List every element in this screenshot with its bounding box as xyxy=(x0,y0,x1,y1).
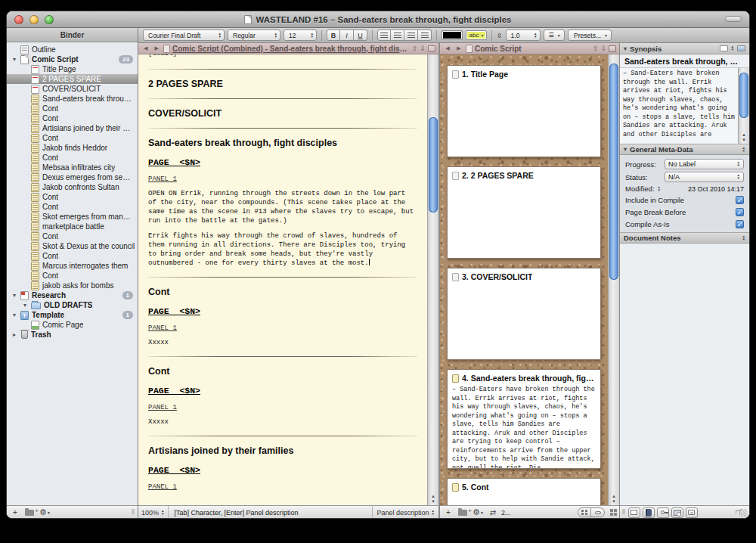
underline-button[interactable]: U xyxy=(354,29,367,41)
forward-arrow-button[interactable]: ▶ xyxy=(454,45,463,51)
action-menu-button[interactable]: ⚙▾ xyxy=(471,507,485,517)
next-document-button[interactable]: ⇩ xyxy=(420,45,426,52)
align-justify-button[interactable] xyxy=(418,29,432,41)
add-folder-button[interactable] xyxy=(23,507,36,517)
add-document-button[interactable]: + xyxy=(9,507,21,517)
comments-tab-button[interactable]: n xyxy=(686,507,698,518)
index-card-view-icon[interactable] xyxy=(720,45,728,51)
toolbar-toggle-button[interactable] xyxy=(725,16,742,22)
card-options-icon[interactable] xyxy=(610,509,617,516)
status-select[interactable]: N/A ▲▼ xyxy=(665,172,744,182)
binder-item[interactable]: Outline xyxy=(7,45,138,54)
title-bar[interactable]: WASTELAND #16 – Sand-eaters break throug… xyxy=(7,11,749,28)
checkbox-checked[interactable]: ✓ xyxy=(736,220,744,228)
binder-item[interactable]: Cont xyxy=(7,271,138,281)
binder-item[interactable]: Cont xyxy=(7,133,138,143)
next-document-button[interactable]: ⇩ xyxy=(600,45,606,52)
scroll-arrows[interactable]: ▲▼ xyxy=(739,132,749,143)
close-window-button[interactable] xyxy=(14,15,23,24)
script-element-select[interactable]: Panel description ▲▼ xyxy=(372,506,438,520)
binder-item[interactable]: Template 1 xyxy=(7,310,138,320)
disclosure-triangle-icon[interactable] xyxy=(13,331,20,338)
window-resize-grip[interactable] xyxy=(739,509,747,517)
corkboard-scrollbar[interactable]: ▲▼ xyxy=(608,54,619,505)
font-style-select[interactable]: Regular ▲▼ xyxy=(228,29,280,41)
synopsis-scrollbar[interactable]: ▲▼ xyxy=(738,68,749,144)
binder-item[interactable]: Jakob finds Heddor xyxy=(7,143,138,153)
binder-item[interactable]: Comic Script 23 xyxy=(7,54,138,64)
binder-item[interactable]: Cont xyxy=(7,104,138,113)
list-style-select[interactable]: ☰ ▾ xyxy=(544,29,565,41)
binder-item[interactable]: Marcus interrogates them xyxy=(7,261,138,271)
index-card[interactable]: 4. Sand-eaters break through, fight… – S… xyxy=(447,369,601,469)
text-color-well[interactable] xyxy=(442,30,463,40)
editor-scrollbar-thumb[interactable] xyxy=(429,117,438,212)
binder-item[interactable]: Cont xyxy=(7,202,138,212)
binder-item[interactable]: Trash xyxy=(7,330,138,340)
add-document-button[interactable]: + xyxy=(442,507,454,517)
binder-item[interactable]: jakob asks for bombs xyxy=(7,281,138,290)
binder-item[interactable]: OLD DRAFTS xyxy=(7,300,138,310)
freeform-mode-button[interactable] xyxy=(591,507,605,517)
date-stepper-icon[interactable]: ▲▼ xyxy=(658,186,661,192)
binder-item[interactable]: Cont xyxy=(7,192,138,202)
disclosure-triangle-icon[interactable] xyxy=(13,56,20,63)
index-card[interactable]: 3. COVER/SOLICIT xyxy=(447,268,601,360)
align-right-button[interactable] xyxy=(404,29,418,41)
disclosure-triangle-icon[interactable] xyxy=(624,146,627,153)
binder-item[interactable]: Cont xyxy=(7,153,138,163)
binder-item[interactable]: marketplace battle xyxy=(7,222,138,231)
minimize-window-button[interactable] xyxy=(29,15,39,24)
binder-item[interactable]: Dexus emerges from se… xyxy=(7,172,138,182)
scroll-arrows[interactable]: ▲▼ xyxy=(609,494,619,504)
index-card[interactable]: 1. Title Page xyxy=(447,65,601,157)
align-center-button[interactable] xyxy=(391,29,404,41)
binder-item[interactable]: Artisians joined by their … xyxy=(7,123,138,133)
index-card[interactable]: 2. 2 PAGES SPARE xyxy=(447,166,601,259)
back-arrow-button[interactable]: ◀ xyxy=(443,45,452,51)
binder-item[interactable]: 2 PAGES SPARE xyxy=(7,74,138,84)
bold-button[interactable]: B xyxy=(327,29,340,41)
meta-section-header[interactable]: General Meta-Data ▲▼ xyxy=(620,144,749,155)
splitter-handle[interactable]: ⦀ xyxy=(132,508,135,517)
disclosure-triangle-icon[interactable] xyxy=(13,312,20,318)
binder-item[interactable]: Skot & Dexus at the council xyxy=(7,241,138,251)
binder-item[interactable]: Mebsaa infiltrates city xyxy=(7,163,138,172)
binder-item[interactable]: Skot emerges from man… xyxy=(7,212,138,222)
back-arrow-button[interactable]: ◀ xyxy=(141,45,150,51)
keywords-tab-button[interactable] xyxy=(657,507,669,518)
disclosure-triangle-icon[interactable] xyxy=(624,45,627,52)
document-notes-area[interactable] xyxy=(620,244,749,505)
binder-item[interactable]: Comic Page xyxy=(7,320,138,330)
binder-item[interactable]: Cont xyxy=(7,231,138,241)
editor-title-menu[interactable]: Comic Script (Combined) - Sand-eaters br… xyxy=(172,45,410,53)
progress-select[interactable]: No Label ▲▼ xyxy=(665,159,744,169)
action-menu-button[interactable]: ⚙▾ xyxy=(38,507,51,517)
snapshots-tab-button[interactable] xyxy=(671,507,683,518)
binder-item[interactable]: Sand-eaters break throu… xyxy=(7,94,138,104)
presets-menu[interactable]: Presets... ▾ xyxy=(568,29,612,41)
zoom-window-button[interactable] xyxy=(45,15,54,24)
corkboard-title-menu[interactable]: Comic Script xyxy=(475,45,522,53)
disclosure-triangle-icon[interactable] xyxy=(23,302,31,309)
font-size-select[interactable]: 12 ▲▼ xyxy=(284,29,317,41)
notes-section-header[interactable]: Document Notes ▲▼ xyxy=(620,232,749,244)
editor-text-area[interactable]: [email] 2 PAGES SPARE COVER/SOLICIT xyxy=(138,54,427,505)
split-editor-button[interactable] xyxy=(428,45,435,52)
binder-item[interactable]: Title Page xyxy=(7,64,138,74)
font-family-select[interactable]: Courier Final Draft ▲▼ xyxy=(143,29,225,41)
corkboard-scrollbar-thumb[interactable] xyxy=(609,64,618,280)
split-editor-button[interactable] xyxy=(609,45,616,52)
binder-tree[interactable]: Outline Comic Script 23 Title Page xyxy=(7,42,138,505)
italic-button[interactable]: I xyxy=(340,29,354,41)
highlight-color-well[interactable]: abc▾ xyxy=(466,30,487,40)
index-card[interactable]: 5. Cont xyxy=(447,478,601,505)
image-view-icon[interactable] xyxy=(737,45,745,51)
binder-item[interactable]: Cont xyxy=(7,113,138,123)
binder-item[interactable]: COVER/SOLICIT xyxy=(7,84,138,94)
swap-editors-button[interactable]: ⇄ xyxy=(487,507,499,517)
binder-item[interactable]: Cont xyxy=(7,251,138,261)
editor-scrollbar[interactable]: ▲▼ xyxy=(427,54,438,505)
corkboard-mode-button[interactable] xyxy=(578,507,591,517)
forward-arrow-button[interactable]: ▶ xyxy=(152,45,160,51)
